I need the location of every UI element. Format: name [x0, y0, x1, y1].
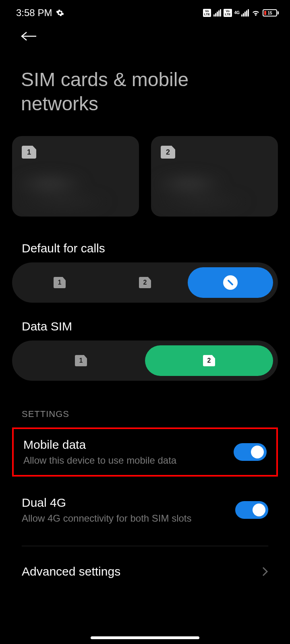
dual-4g-subtitle: Allow 4G connectivity for both SIM slots: [22, 513, 192, 524]
sim-chip-icon: 1: [22, 146, 36, 159]
settings-section-header: SETTINGS: [0, 381, 290, 423]
sim-chip-icon: 2: [139, 277, 151, 288]
sim-number: 2: [166, 148, 170, 157]
mobile-data-title: Mobile data: [23, 438, 176, 452]
sim-card-1[interactable]: 1: [12, 136, 139, 217]
default-calls-selector: 1 2: [12, 262, 278, 303]
mobile-data-subtitle: Allow this device to use mobile data: [23, 455, 176, 466]
back-arrow-icon: [20, 31, 38, 42]
calls-option-sim2[interactable]: 2: [102, 267, 188, 298]
mobile-data-row[interactable]: Mobile data Allow this device to use mob…: [14, 429, 276, 475]
sim-chip-icon: 2: [203, 355, 215, 366]
sim-chip-icon: 2: [161, 146, 175, 159]
status-bar: 3:58 PM VoLTE VoLTE 4G 15: [0, 0, 290, 23]
highlight-annotation: Mobile data Allow this device to use mob…: [12, 427, 278, 477]
data-option-sim2[interactable]: 2: [145, 345, 273, 376]
calls-option-sim1[interactable]: 1: [17, 267, 102, 298]
sim-info-redacted: [12, 166, 139, 217]
battery-level: 15: [263, 11, 276, 15]
data-sim-selector: 1 2: [12, 341, 278, 381]
status-left: 3:58 PM: [16, 7, 64, 19]
sim-cards-row: 1 2: [0, 128, 290, 225]
gear-icon: [56, 9, 64, 17]
data-option-sim1[interactable]: 1: [17, 345, 145, 376]
battery-icon: 15: [263, 9, 279, 17]
signal-icon-sim2: [241, 9, 249, 17]
advanced-settings-row[interactable]: Advanced settings: [0, 546, 290, 586]
data-sim-label: Data SIM: [0, 303, 290, 341]
4g-label: 4G: [234, 11, 240, 15]
chevron-right-icon: [262, 566, 268, 577]
dual-4g-toggle[interactable]: [235, 501, 268, 519]
signal-icon-sim1: [213, 9, 221, 17]
volte-icon: VoLTE: [203, 9, 211, 17]
default-calls-label: Default for calls: [0, 225, 290, 262]
sim-chip-icon: 1: [75, 355, 87, 366]
dual-4g-title: Dual 4G: [22, 496, 192, 510]
status-right: VoLTE VoLTE 4G 15: [203, 9, 279, 17]
calls-option-ask[interactable]: [188, 267, 273, 298]
mobile-data-toggle[interactable]: [234, 443, 267, 461]
sim-info-redacted: [151, 166, 278, 217]
sim-chip-icon: 1: [54, 277, 66, 288]
volte-icon-2: VoLTE: [224, 9, 232, 17]
home-indicator[interactable]: [91, 636, 199, 639]
advanced-settings-title: Advanced settings: [22, 565, 120, 578]
dual-4g-row[interactable]: Dual 4G Allow 4G connectivity for both S…: [0, 485, 290, 535]
wifi-icon: [251, 9, 260, 17]
ask-icon: [223, 275, 238, 290]
clock: 3:58 PM: [16, 7, 52, 19]
sim-card-2[interactable]: 2: [151, 136, 278, 217]
sim-number: 1: [27, 148, 31, 157]
page-title: SIM cards & mobile networks: [0, 47, 290, 128]
back-button[interactable]: [0, 23, 290, 47]
